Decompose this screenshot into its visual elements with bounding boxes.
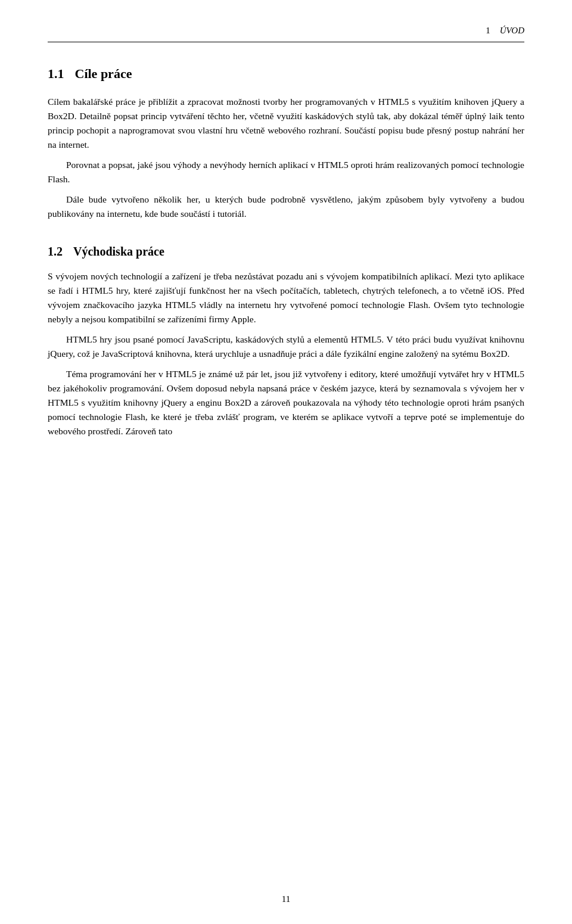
section-1-1-para-2: Porovnat a popsat, jaké jsou výhody a ne… (48, 158, 524, 186)
page: 1 ÚVOD 1.1Cíle práce Cílem bakalářské pr… (0, 0, 572, 924)
page-header: 1 ÚVOD (48, 24, 524, 42)
page-footer: 11 (0, 892, 572, 906)
header-chapter-number: 1 (486, 24, 490, 38)
section-1-1-title: 1.1Cíle práce (48, 64, 524, 84)
section-1-1-para-3: Dále bude vytvořeno několik her, u který… (48, 192, 524, 221)
section-1-1-para-1: Cílem bakalářské práce je přiblížit a zp… (48, 95, 524, 152)
section-1-2: 1.2Východiska práce S vývojem nových tec… (48, 242, 524, 438)
section-1-2-number: 1.2 (48, 245, 63, 258)
page-number: 11 (282, 894, 290, 904)
header-chapter-title: ÚVOD (500, 24, 524, 38)
section-1-2-para-2: HTML5 hry jsou psané pomocí JavaScriptu,… (48, 332, 524, 361)
section-1-1-number: 1.1 (48, 66, 64, 81)
section-1-2-para-1: S vývojem nových technologií a zařízení … (48, 269, 524, 326)
section-1-2-para-3: Téma programování her v HTML5 je známé u… (48, 367, 524, 438)
section-1-1: 1.1Cíle práce Cílem bakalářské práce je … (48, 64, 524, 221)
section-1-2-title: 1.2Východiska práce (48, 242, 524, 261)
